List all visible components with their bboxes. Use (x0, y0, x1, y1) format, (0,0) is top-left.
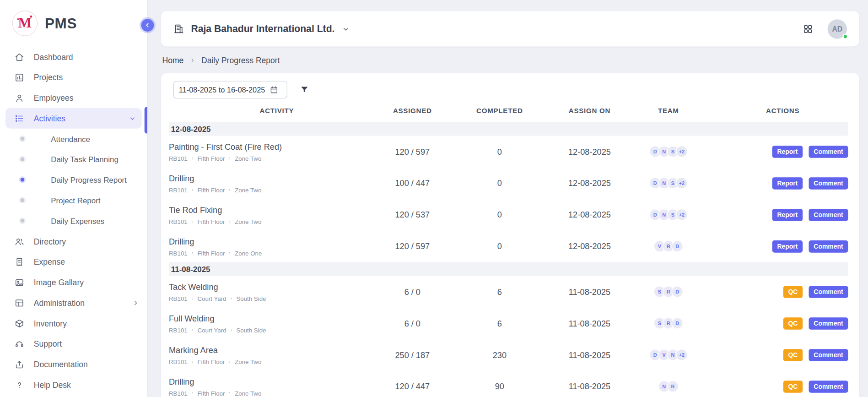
chevron-right-icon (227, 156, 232, 161)
sidebar-collapse-button[interactable] (141, 19, 154, 32)
sidebar-item-label: Activities (34, 114, 65, 123)
activity-path: RB101Fifth FloorZone Two (169, 390, 261, 397)
path-segment: RB101 (169, 155, 188, 162)
sidebar-item-image-gallary[interactable]: Image Gallary (0, 272, 147, 293)
activity-row: Tie Rod FixingRB101Fifth FloorZone Two12… (169, 199, 848, 230)
team-avatars: VRD (620, 240, 717, 252)
path-segment: Zone Two (235, 186, 261, 193)
qc-button[interactable]: QC (783, 381, 803, 393)
report-button[interactable]: Report (772, 208, 803, 221)
date-range-input[interactable]: 11-08-2025 to 16-08-2025 (173, 81, 287, 99)
activity-row: DrillingRB101Fifth FloorZone One120 / 59… (169, 230, 848, 262)
report-button[interactable]: Report (772, 146, 803, 158)
company-selector[interactable]: Raja Bahadur International Ltd. (173, 23, 350, 34)
assigned-value: 6 / 0 (385, 319, 440, 328)
comment-button[interactable]: Comment (809, 177, 848, 190)
administration-icon (14, 298, 24, 308)
sidebar-subitem-project-report[interactable]: Project Report (0, 190, 147, 211)
team-extra-badge[interactable]: +2 (676, 209, 687, 220)
path-segment: RB101 (169, 326, 188, 333)
comment-button[interactable]: Comment (809, 240, 848, 252)
assigned-value: 120 / 597 (385, 241, 440, 251)
company-name: Raja Bahadur International Ltd. (191, 23, 334, 34)
qc-button[interactable]: QC (783, 349, 803, 361)
assign-on-date: 12-08-2025 (559, 210, 620, 220)
bullet-icon (21, 158, 24, 161)
breadcrumb-home[interactable]: Home (162, 56, 183, 65)
team-member-avatar: D (671, 240, 683, 252)
qc-button[interactable]: QC (783, 317, 803, 330)
sidebar-item-directory[interactable]: Directory (0, 231, 147, 251)
sidebar-item-employees[interactable]: Employees (0, 87, 147, 108)
calendar-icon[interactable] (270, 85, 282, 94)
path-segment: Fifth Floor (197, 218, 225, 225)
filter-row: 11-08-2025 to 16-08-2025 (169, 80, 848, 100)
team-extra-badge[interactable]: +2 (676, 349, 687, 360)
activity-path: RB101Fifth FloorZone Two (169, 218, 261, 225)
projects-icon (14, 72, 24, 82)
sidebar-item-label: Image Gallary (34, 278, 84, 287)
sidebar-item-dashboard[interactable]: Dashboard (0, 47, 147, 67)
completed-value: 0 (440, 241, 559, 251)
sidebar-item-activities[interactable]: Activities (5, 108, 142, 129)
sidebar-subitem-daily-progress-report[interactable]: Daily Progress Report (0, 169, 147, 190)
comment-button[interactable]: Comment (809, 381, 848, 393)
path-segment: RB101 (169, 358, 188, 365)
column-header-assign-on: ASSIGN ON (559, 107, 620, 114)
chevron-right-icon (190, 328, 195, 332)
path-segment: RB101 (169, 390, 188, 397)
assign-on-date: 11-08-2025 (559, 319, 620, 328)
column-header-actions: ACTIONS (717, 107, 849, 114)
chevron-right-icon (229, 296, 234, 301)
team-extra-badge[interactable]: +2 (676, 146, 687, 157)
sidebar-item-projects[interactable]: Projects (0, 67, 147, 87)
comment-button[interactable]: Comment (809, 317, 848, 330)
comment-button[interactable]: Comment (809, 208, 848, 221)
completed-value: 230 (440, 350, 559, 360)
path-segment: RB101 (169, 250, 188, 256)
sidebar-item-inventory[interactable]: Inventory (0, 313, 147, 334)
activity-name: Drilling (169, 376, 194, 386)
sidebar-subitem-daily-expenses[interactable]: Daily Expenses (0, 211, 147, 231)
row-actions: QCComment (717, 286, 849, 298)
user-avatar[interactable]: AD (828, 19, 847, 38)
sidebar-subitem-attendance[interactable]: Attendance (0, 129, 147, 149)
comment-button[interactable]: Comment (809, 286, 848, 298)
active-item-indicator (145, 107, 147, 133)
table-header-row: ACTIVITYASSIGNEDCOMPLETEDASSIGN ONTEAMAC… (169, 100, 848, 122)
sidebar-item-expense[interactable]: Expense (0, 251, 147, 272)
row-actions: QCComment (717, 349, 849, 361)
funnel-icon[interactable] (300, 85, 310, 95)
sidebar-subitem-daily-task-planning[interactable]: Daily Task Planning (0, 149, 147, 169)
report-button[interactable]: Report (772, 177, 803, 190)
path-segment: South Side (236, 326, 266, 333)
comment-button[interactable]: Comment (809, 349, 848, 361)
activity-path: RB101Court YardSouth Side (169, 295, 266, 302)
online-status-dot (842, 33, 848, 39)
logo-letter: M (18, 15, 32, 32)
comment-button[interactable]: Comment (809, 146, 848, 158)
sidebar-item-label: Employees (34, 93, 74, 102)
apps-grid-icon[interactable] (803, 23, 813, 34)
sidebar-item-administration[interactable]: Administration (0, 293, 147, 313)
report-button[interactable]: Report (772, 240, 803, 252)
chevron-left-icon (144, 22, 151, 29)
sidebar: M PMS DashboardProjectsEmployeesActiviti… (0, 0, 148, 397)
path-segment: Zone Two (235, 155, 261, 162)
chevron-right-icon (190, 188, 195, 192)
chevron-down-icon (341, 25, 350, 33)
qc-button[interactable]: QC (783, 286, 803, 298)
sidebar-item-help-desk[interactable]: Help Desk (0, 375, 147, 395)
activity-row: Full WeldingRB101Court YardSouth Side6 /… (169, 307, 848, 339)
sidebar-item-documentation[interactable]: Documentation (0, 354, 147, 375)
path-segment: Zone Two (235, 390, 261, 397)
help-icon (14, 380, 24, 390)
sidebar-item-support[interactable]: Support (0, 333, 147, 354)
row-actions: QCComment (717, 381, 849, 393)
path-segment: Fifth Floor (197, 390, 225, 397)
team-avatars: SRD (620, 317, 717, 329)
activity-name: Marking Area (169, 345, 218, 354)
team-extra-badge[interactable]: +2 (676, 177, 687, 189)
assigned-value: 120 / 537 (385, 210, 440, 220)
activity-row: DrillingRB101Fifth FloorZone Two100 / 44… (169, 167, 848, 199)
